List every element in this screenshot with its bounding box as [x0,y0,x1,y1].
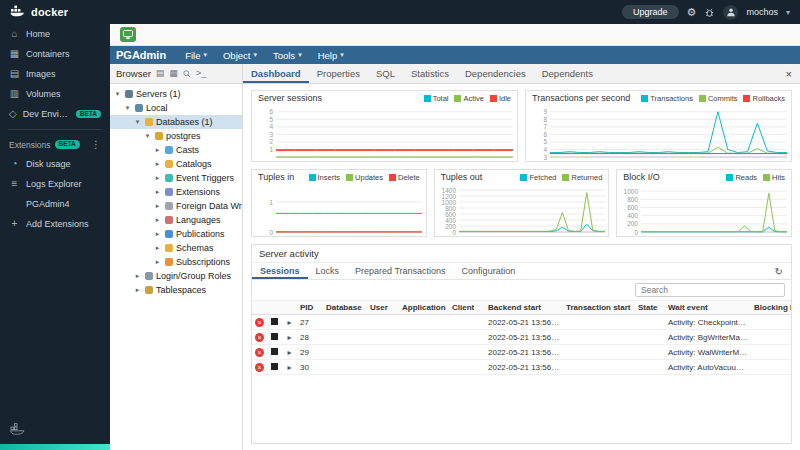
menu-file[interactable]: File▾ [178,48,214,63]
chevron-down-icon[interactable]: ▾ [786,8,790,17]
terminate-session-icon[interactable]: × [255,318,264,327]
cell-transaction-start [563,315,635,330]
column-client[interactable]: Client [449,301,485,315]
table-row[interactable]: × ▸ 30 2022-05-21 13:56:43 ... [252,360,791,375]
tree-item-extensions[interactable]: ▸Extensions [110,185,242,199]
browser-panel-header: Browser ▤ ▦ >_ [110,64,243,83]
chart-title: Tuples in [258,172,294,182]
sidebar-item-dev-environments[interactable]: ◇ Dev Environments BETA [0,104,110,124]
tree-item-event-triggers[interactable]: ▸Event Triggers [110,171,242,185]
sidebar-item-containers[interactable]: ▦ Containers [0,44,110,64]
menu-tools[interactable]: Tools▾ [266,48,309,63]
expand-row-icon[interactable]: ▸ [287,333,291,342]
column-application[interactable]: Application [399,301,449,315]
expand-row-icon[interactable]: ▸ [287,348,291,357]
tab-sessions[interactable]: Sessions [252,263,308,279]
tab-configuration[interactable]: Configuration [454,263,524,279]
tree-item-servers[interactable]: ▾Servers (1) [110,87,242,101]
chevron-down-icon: ▾ [143,132,152,140]
column-expand [282,301,297,315]
sidebar-item-volumes[interactable]: ▥ Volumes [0,84,110,104]
tab-dependents[interactable]: Dependents [534,64,601,83]
sidebar-item-disk-usage[interactable]: ◔ Disk usage [0,154,110,174]
column-state[interactable]: State [635,301,665,315]
cell-backend-start: 2022-05-21 13:56:43 ... [485,360,563,375]
column-blocking-pids[interactable]: Blocking PIDs [751,301,791,315]
column-transaction-start[interactable]: Transaction start [563,301,635,315]
cell-transaction-start [563,360,635,375]
table-row[interactable]: × ▸ 29 2022-05-21 13:56:43 ... [252,345,791,360]
table-row[interactable]: × ▸ 28 2022-05-21 13:56:43 ... [252,330,791,345]
tab-locks[interactable]: Locks [308,263,348,279]
chart-title: Transactions per second [532,93,630,103]
tab-prepared-transactions[interactable]: Prepared Transactions [347,263,454,279]
tree-item-subscriptions[interactable]: ▸Subscriptions [110,255,242,269]
terminate-session-icon[interactable]: × [255,348,264,357]
docker-logo[interactable]: docker [10,3,68,21]
tree-item-schemas[interactable]: ▸Schemas [110,241,242,255]
sidebar-item-pgadmin4[interactable]: PGAdmin4 [0,194,110,214]
cancel-query-icon[interactable] [271,348,278,355]
tree-item-foreign-data-wrappers[interactable]: ▸Foreign Data Wrappers [110,199,242,213]
svg-text:7: 7 [543,123,547,130]
chevron-right-icon: ▸ [153,258,162,266]
tree-item-databases[interactable]: ▾Databases (1) [110,115,242,129]
tab-dependencies[interactable]: Dependencies [457,64,534,83]
search-icon[interactable] [183,70,191,78]
kebab-menu-icon[interactable]: ⋮ [91,139,101,150]
cancel-query-icon[interactable] [271,363,278,370]
refresh-icon[interactable]: ↻ [767,263,791,279]
terminate-session-icon[interactable]: × [255,333,264,342]
sidebar-item-images[interactable]: ▤ Images [0,64,110,84]
whale-status-icon[interactable] [9,421,27,438]
login-group-roles-icon [145,272,153,280]
expand-row-icon[interactable]: ▸ [287,318,291,327]
tree-item-publications[interactable]: ▸Publications [110,227,242,241]
legend-item: Delete [389,173,420,182]
tree-item-languages[interactable]: ▸Languages [110,213,242,227]
tab-dashboard[interactable]: Dashboard [243,64,309,83]
tree-item-postgres[interactable]: ▾postgres [110,129,242,143]
cancel-query-icon[interactable] [271,333,278,340]
settings-gear-icon[interactable]: ⚙ [687,7,697,18]
user-avatar[interactable] [723,5,738,20]
disk-usage-icon: ◔ [9,159,20,169]
cell-client [449,330,485,345]
tree-item-tablespaces[interactable]: ▸Tablespaces [110,283,242,297]
column-backend-start[interactable]: Backend start [485,301,563,315]
tree-item-catalogs[interactable]: ▸Catalogs [110,157,242,171]
terminate-session-icon[interactable]: × [255,363,264,372]
query-tool-icon[interactable]: >_ [196,69,206,78]
sidebar-item-logs-explorer[interactable]: ≡ Logs Explorer [0,174,110,194]
tree-item-login-group-roles[interactable]: ▸Login/Group Roles [110,269,242,283]
cancel-query-icon[interactable] [271,318,278,325]
column-wait-event[interactable]: Wait event [665,301,751,315]
tab-statistics[interactable]: Statistics [403,64,457,83]
upgrade-button[interactable]: Upgrade [622,5,679,19]
troubleshoot-bug-icon[interactable] [704,7,715,18]
column-database[interactable]: Database [323,301,367,315]
tree-item-local[interactable]: ▾Local [110,101,242,115]
close-icon[interactable]: × [778,64,800,83]
table-row[interactable]: × ▸ 27 2022-05-21 13:56:43 ... [252,315,791,330]
docker-whale-icon [10,3,26,21]
svg-text:8: 8 [543,116,547,123]
tab-properties[interactable]: Properties [309,64,368,83]
cell-blocking-pids [751,360,791,375]
menu-object[interactable]: Object▾ [216,48,264,63]
expand-row-icon[interactable]: ▸ [287,363,291,372]
sidebar-item-add-extensions[interactable]: + Add Extensions [0,214,110,234]
sidebar-item-home[interactable]: ⌂ Home [0,24,110,44]
column-pid[interactable]: PID [297,301,323,315]
grid-icon[interactable]: ▦ [169,69,178,78]
legend-item: Inserts [309,173,341,182]
column-user[interactable]: User [367,301,399,315]
tree-list-icon[interactable]: ▤ [156,69,165,78]
search-input[interactable] [635,283,785,297]
chevron-down-icon: ▾ [123,104,132,112]
tree-item-casts[interactable]: ▸Casts [110,143,242,157]
menu-help[interactable]: Help▾ [311,48,351,63]
extension-header [110,24,800,46]
foreign-data-wrappers-icon [165,202,173,210]
tab-sql[interactable]: SQL [368,64,403,83]
